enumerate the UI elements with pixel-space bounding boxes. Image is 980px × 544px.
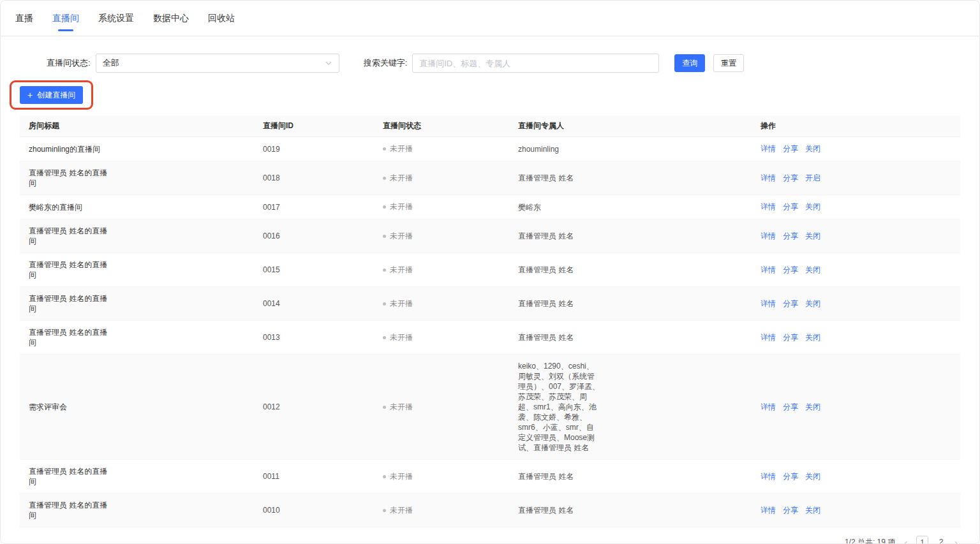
row-actions: 详情分享关闭	[761, 332, 955, 343]
table-row: zhouminling的直播间0019未开播zhouminling详情分享关闭	[20, 137, 960, 161]
table-body: zhouminling的直播间0019未开播zhouminling详情分享关闭直…	[20, 137, 960, 527]
status-dot-icon	[383, 302, 386, 305]
room-status: 未开播	[383, 505, 508, 516]
share-link[interactable]: 分享	[783, 265, 798, 276]
share-link[interactable]: 分享	[783, 402, 798, 413]
pagination-summary: 1/2 总共: 19 项	[845, 537, 895, 544]
nav-tab-1[interactable]: 直播	[14, 1, 34, 36]
room-owner: 直播管理员 姓名	[518, 173, 601, 183]
next-page-button[interactable]: ›	[953, 538, 959, 544]
row-actions: 详情分享关闭	[761, 202, 955, 212]
status-text: 未开播	[390, 402, 413, 413]
nav-tab-3[interactable]: 系统设置	[97, 1, 135, 36]
col-room-status: 直播间状态	[378, 115, 513, 137]
room-owner: zhouminling	[518, 144, 601, 154]
status-text: 未开播	[390, 505, 413, 516]
toggle-link[interactable]: 关闭	[805, 471, 820, 482]
row-actions: 详情分享关闭	[761, 471, 955, 482]
nav-tab-2[interactable]: 直播间	[51, 1, 80, 36]
room-status: 未开播	[383, 402, 508, 413]
status-dot-icon	[383, 177, 386, 180]
active-tab-underline	[58, 29, 73, 31]
create-room-button[interactable]: + 创建直播间	[20, 86, 83, 104]
details-link[interactable]: 详情	[761, 332, 776, 343]
toggle-link[interactable]: 关闭	[805, 143, 820, 154]
room-title: 直播管理员 姓名的直播间	[29, 260, 110, 280]
share-link[interactable]: 分享	[783, 298, 798, 309]
share-link[interactable]: 分享	[783, 505, 798, 516]
details-link[interactable]: 详情	[761, 173, 776, 184]
toggle-link[interactable]: 关闭	[805, 231, 820, 242]
page-button-2[interactable]: 2	[937, 536, 946, 544]
reset-button[interactable]: 重置	[713, 54, 744, 72]
room-id: 0010	[263, 506, 280, 515]
share-link[interactable]: 分享	[783, 173, 798, 184]
room-status: 未开播	[383, 143, 508, 154]
room-id: 0017	[263, 203, 280, 212]
status-text: 未开播	[390, 265, 413, 276]
room-status: 未开播	[383, 265, 508, 276]
status-dot-icon	[383, 205, 386, 209]
filter-bar: 直播间状态: 全部 搜索关键字: 查询 重置	[20, 54, 960, 73]
details-link[interactable]: 详情	[761, 471, 776, 482]
row-actions: 详情分享开启	[761, 173, 955, 184]
details-link[interactable]: 详情	[761, 231, 776, 242]
room-id: 0014	[263, 299, 280, 308]
room-status: 未开播	[383, 298, 508, 309]
status-filter-select[interactable]: 全部	[96, 54, 339, 73]
page-button-1[interactable]: 1	[916, 536, 928, 544]
toggle-link[interactable]: 关闭	[805, 402, 820, 413]
share-link[interactable]: 分享	[783, 332, 798, 343]
status-dot-icon	[383, 509, 386, 512]
details-link[interactable]: 详情	[761, 265, 776, 276]
keyword-search-input[interactable]	[412, 54, 659, 73]
share-link[interactable]: 分享	[783, 143, 798, 154]
keyword-filter-group: 搜索关键字:	[364, 54, 660, 73]
room-id: 0015	[263, 265, 280, 274]
status-dot-icon	[383, 406, 386, 409]
share-link[interactable]: 分享	[783, 231, 798, 242]
table-row: 需求评审会0012未开播keiko、1290、ceshi、周敏灵、刘双（系统管理…	[20, 355, 960, 460]
status-text: 未开播	[390, 143, 413, 154]
nav-tab-4[interactable]: 数据中心	[152, 1, 190, 36]
details-link[interactable]: 详情	[761, 202, 776, 212]
room-id: 0019	[263, 145, 280, 154]
share-link[interactable]: 分享	[783, 471, 798, 482]
details-link[interactable]: 详情	[761, 402, 776, 413]
prev-page-button[interactable]: ‹	[903, 538, 909, 544]
room-owner: 直播管理员 姓名	[518, 231, 601, 241]
status-text: 未开播	[390, 471, 413, 482]
toggle-link[interactable]: 关闭	[805, 298, 820, 309]
table-row: 直播管理员 姓名的直播间0018未开播直播管理员 姓名详情分享开启	[20, 161, 960, 195]
status-text: 未开播	[390, 173, 413, 184]
row-actions: 详情分享关闭	[761, 231, 955, 242]
top-nav: 直播直播间系统设置数据中心回收站	[1, 1, 979, 36]
room-status: 未开播	[383, 231, 508, 242]
col-room-owner: 直播间专属人	[513, 115, 755, 137]
room-owner: 直播管理员 姓名	[518, 471, 601, 482]
details-link[interactable]: 详情	[761, 298, 776, 309]
toggle-link[interactable]: 关闭	[805, 265, 820, 276]
details-link[interactable]: 详情	[761, 143, 776, 154]
create-room-label: 创建直播间	[37, 90, 75, 101]
toggle-link[interactable]: 关闭	[805, 202, 820, 212]
row-actions: 详情分享关闭	[761, 143, 955, 154]
room-status: 未开播	[383, 202, 508, 212]
room-owner: 直播管理员 姓名	[518, 505, 601, 515]
toggle-link[interactable]: 开启	[805, 173, 820, 184]
nav-tab-5[interactable]: 回收站	[207, 1, 236, 36]
table-row: 直播管理员 姓名的直播间0013未开播直播管理员 姓名详情分享关闭	[20, 321, 960, 355]
query-button[interactable]: 查询	[674, 54, 705, 72]
nav-tab-label: 系统设置	[98, 13, 134, 24]
chevron-down-icon	[325, 59, 332, 67]
details-link[interactable]: 详情	[761, 505, 776, 516]
room-id: 0011	[263, 472, 279, 481]
room-owner: 直播管理员 姓名	[518, 332, 601, 342]
live-room-admin-page: 直播直播间系统设置数据中心回收站 直播间状态: 全部 搜索关键字: 查询 重置 …	[0, 0, 980, 544]
share-link[interactable]: 分享	[783, 202, 798, 212]
row-actions: 详情分享关闭	[761, 505, 955, 516]
toggle-link[interactable]: 关闭	[805, 505, 820, 516]
pagination: 1/2 总共: 19 项 ‹ 12 ›	[20, 536, 960, 544]
status-text: 未开播	[390, 332, 413, 343]
toggle-link[interactable]: 关闭	[805, 332, 820, 343]
